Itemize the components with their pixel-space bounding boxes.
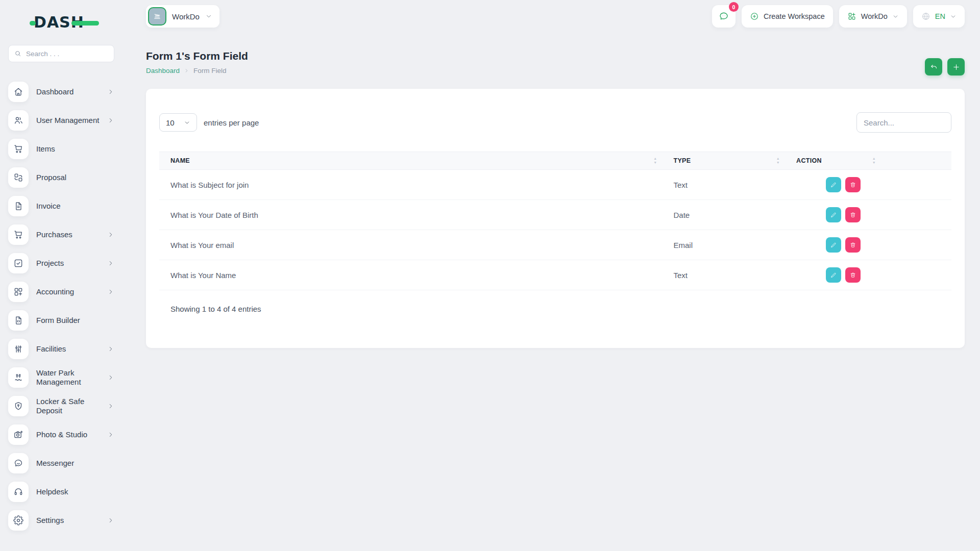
messages-button[interactable]: 0: [712, 5, 736, 28]
chevron-down-icon: [184, 119, 190, 126]
entries-per-page-label: entries per page: [204, 118, 259, 127]
sidebar-search: [8, 45, 114, 62]
menu-icon-tile: [8, 253, 29, 273]
edit-button[interactable]: [826, 207, 841, 222]
sidebar-search-input[interactable]: [26, 50, 109, 58]
chat-icon: [13, 458, 23, 468]
topbar-actions: 0 Create Workspace WorkDo EN: [712, 5, 965, 28]
sidebar-item-items[interactable]: Items: [8, 139, 114, 159]
delete-button[interactable]: [845, 267, 861, 283]
globe-icon: [921, 12, 930, 21]
menu-icon-tile: [8, 82, 29, 102]
workspace-selector[interactable]: WorkDo: [146, 5, 219, 28]
form-field-card: 10 entries per page NAME▲▼TYPE▲▼ACTION▲▼…: [146, 89, 965, 348]
trash-icon: [849, 181, 856, 188]
table-search-input[interactable]: [856, 112, 951, 133]
sidebar-item-form-builder[interactable]: Form Builder: [8, 310, 114, 331]
menu-icon-tile: [8, 396, 29, 416]
column-header-action[interactable]: ACTION▲▼: [785, 152, 951, 170]
chevron-right-icon: [107, 517, 114, 524]
create-workspace-button[interactable]: Create Workspace: [742, 5, 833, 28]
workspace-grid-icon: [847, 12, 856, 21]
trash-icon: [849, 211, 856, 218]
edit-button[interactable]: [826, 177, 841, 192]
chevron-right-icon: [184, 68, 189, 73]
row-actions: [826, 237, 940, 253]
sidebar-item-user-management[interactable]: User Management: [8, 110, 114, 131]
menu-icon-tile: [8, 224, 29, 245]
page-actions: [925, 58, 965, 76]
add-form-field-button[interactable]: [947, 58, 965, 76]
chat-bubble-icon: [718, 11, 729, 22]
sidebar-item-locker-safe-deposit[interactable]: Locker & Safe Deposit: [8, 396, 114, 416]
menu-icon-tile: [8, 482, 29, 502]
sidebar-item-photo-studio[interactable]: Photo & Studio: [8, 424, 114, 445]
table-controls: 10 entries per page: [159, 112, 951, 133]
pencil-icon: [830, 271, 837, 279]
delete-button[interactable]: [845, 207, 861, 222]
chevron-right-icon: [107, 374, 114, 381]
sidebar-menu: Dashboard User Management Items Proposal…: [8, 82, 114, 531]
sidebar-item-facilities[interactable]: Facilities: [8, 339, 114, 359]
sidebar-item-purchases[interactable]: Purchases: [8, 224, 114, 245]
main-area: WorkDo 0 Create Workspace WorkDo EN: [122, 0, 980, 551]
breadcrumb-dashboard-link[interactable]: Dashboard: [146, 67, 180, 74]
invoice-icon: [13, 201, 23, 211]
sort-icon: ▲▼: [653, 157, 657, 165]
cart-icon: [13, 230, 23, 240]
waterpark-icon: [13, 372, 23, 383]
page-head: Form 1's Form Field Dashboard Form Field: [146, 50, 965, 76]
sidebar-item-messenger[interactable]: Messenger: [8, 453, 114, 473]
form-icon: [13, 315, 23, 325]
chevron-right-icon: [107, 260, 114, 267]
field-name: What is Subject for join: [170, 181, 249, 189]
plus-icon: [952, 63, 961, 71]
delete-button[interactable]: [845, 237, 861, 253]
breadcrumb-current: Form Field: [193, 67, 227, 74]
sort-icon: ▲▼: [872, 157, 876, 165]
field-type: Date: [674, 211, 690, 219]
grid-plus-icon: [13, 287, 23, 297]
page-size-select[interactable]: 10: [159, 113, 197, 132]
cart-icon: [13, 144, 23, 154]
pencil-icon: [830, 181, 837, 188]
sidebar-item-invoice[interactable]: Invoice: [8, 196, 114, 216]
users-icon: [13, 115, 23, 126]
sidebar-item-settings[interactable]: Settings: [8, 510, 114, 531]
chevron-right-icon: [107, 288, 114, 295]
building-icon: [152, 11, 162, 21]
delete-button[interactable]: [845, 177, 861, 192]
table-row: What is Subject for join Text: [159, 170, 951, 200]
page-title: Form 1's Form Field: [146, 50, 248, 62]
menu-icon-tile: [8, 510, 29, 531]
search-icon: [14, 49, 22, 58]
sidebar-item-proposal[interactable]: Proposal: [8, 167, 114, 188]
edit-button[interactable]: [826, 267, 841, 283]
language-label: EN: [935, 12, 945, 20]
menu-icon-tile: [8, 367, 29, 388]
logo-accent-dash: [71, 21, 99, 26]
sidebar-item-helpdesk[interactable]: Helpdesk: [8, 482, 114, 502]
workspace-name: WorkDo: [172, 12, 200, 21]
column-header-type[interactable]: TYPE▲▼: [663, 152, 786, 170]
sidebar-item-projects[interactable]: Projects: [8, 253, 114, 273]
row-actions: [826, 177, 940, 192]
edit-button[interactable]: [826, 237, 841, 253]
menu-icon-tile: [8, 339, 29, 359]
back-button[interactable]: [925, 58, 942, 76]
row-actions: [826, 267, 940, 283]
sidebar-item-dashboard[interactable]: Dashboard: [8, 82, 114, 102]
workspace-switcher-button[interactable]: WorkDo: [839, 5, 907, 28]
proposal-icon: [13, 172, 23, 183]
row-actions: [826, 207, 940, 222]
chevron-right-icon: [107, 345, 114, 353]
brand-logo[interactable]: DASH: [34, 13, 100, 33]
language-selector[interactable]: EN: [913, 5, 965, 28]
shield-icon: [13, 401, 23, 411]
sidebar-item-water-park-management[interactable]: Water Park Management: [8, 367, 114, 388]
topbar: WorkDo 0 Create Workspace WorkDo EN: [146, 5, 965, 28]
trash-icon: [849, 271, 856, 279]
sidebar-item-accounting[interactable]: Accounting: [8, 282, 114, 302]
column-header-name[interactable]: NAME▲▼: [159, 152, 663, 170]
field-type: Text: [674, 181, 688, 189]
